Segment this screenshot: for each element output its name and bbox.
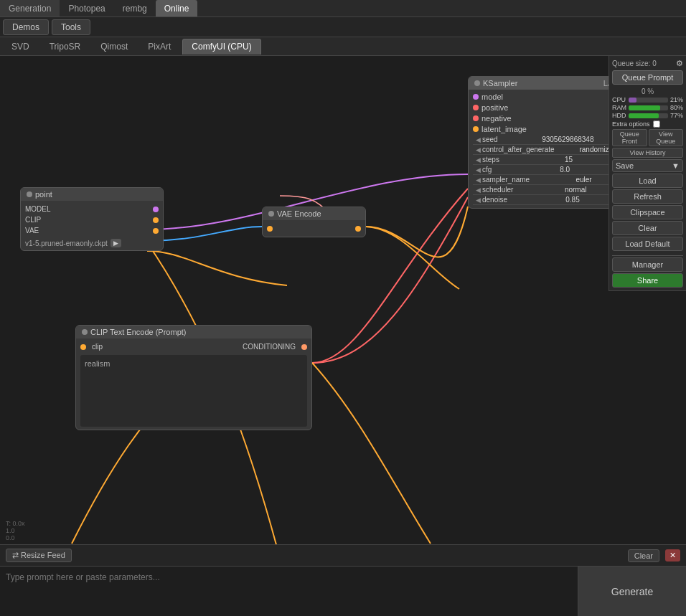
negative-in-port[interactable] bbox=[473, 115, 479, 121]
clear-button[interactable]: Clear bbox=[612, 221, 683, 235]
seed-dec-arrow[interactable]: ◀ bbox=[476, 136, 481, 143]
latent-image-in-port[interactable] bbox=[473, 126, 479, 132]
positive-in-row: positive bbox=[473, 103, 527, 112]
nav-photopea[interactable]: Photopea bbox=[60, 0, 113, 16]
close-log-button[interactable]: ✕ bbox=[665, 549, 680, 561]
clipspace-button[interactable]: Clipspace bbox=[612, 205, 683, 219]
ram-pct: 80% bbox=[670, 104, 683, 111]
steps-value: 15 bbox=[565, 156, 573, 164]
hdd-row: HDD 77% bbox=[612, 112, 683, 119]
prompt-input[interactable] bbox=[0, 567, 578, 616]
queue-settings-icon[interactable]: ⚙ bbox=[676, 59, 683, 68]
clip-text-body: clip CONDITIONING realism bbox=[76, 338, 311, 430]
negative-in-row: negative bbox=[473, 114, 527, 123]
steps-field-left: ◀ steps bbox=[476, 156, 499, 164]
denoise-label: denoise bbox=[482, 196, 507, 204]
cfg-label: cfg bbox=[482, 166, 492, 174]
cpu-label: CPU bbox=[612, 96, 626, 103]
refresh-button[interactable]: Refresh bbox=[612, 189, 683, 204]
vae-port[interactable] bbox=[153, 228, 159, 234]
clip-text-dot bbox=[82, 329, 88, 335]
save-label: Save bbox=[616, 161, 634, 170]
nav-generation[interactable]: Generation bbox=[0, 0, 60, 16]
nav-rembg[interactable]: rembg bbox=[114, 0, 156, 16]
nav-online[interactable]: Online bbox=[156, 0, 198, 16]
conditioning-label: CONDITIONING bbox=[243, 343, 296, 351]
latent-image-in-label: latent_image bbox=[481, 125, 527, 133]
control-after-left: ◀ control_after_generate bbox=[476, 146, 555, 153]
clip-port-row: clip CONDITIONING bbox=[80, 341, 307, 352]
tab-pixart[interactable]: PixArt bbox=[139, 39, 179, 55]
tab-qimost[interactable]: Qimost bbox=[92, 39, 136, 55]
progress-pct: 0 % bbox=[612, 87, 683, 95]
checkpoint-filename: v1-5.pruned-emaonly.ckpt bbox=[25, 240, 108, 247]
clip-port[interactable] bbox=[153, 217, 159, 223]
vae-encode-body bbox=[263, 220, 365, 237]
canvas-scale1: 1.0 bbox=[6, 527, 25, 534]
checkpoint-dot bbox=[27, 191, 32, 197]
model-in-port[interactable] bbox=[473, 94, 479, 100]
sampler-name-value: euler bbox=[575, 176, 591, 184]
checkpoint-play-btn[interactable]: ▶ bbox=[111, 239, 121, 247]
tab-svd[interactable]: SVD bbox=[3, 39, 38, 55]
tab-triposr[interactable]: TripoSR bbox=[41, 39, 90, 55]
save-dropdown-icon[interactable]: ▼ bbox=[672, 161, 680, 170]
cpu-row: CPU 21% bbox=[612, 96, 683, 103]
view-history-button[interactable]: View History bbox=[612, 148, 683, 158]
resize-feed-button[interactable]: ⇄ Resize Feed bbox=[6, 549, 72, 562]
scheduler-field-left: ◀ scheduler bbox=[476, 186, 513, 194]
cfg-dec-arrow[interactable]: ◀ bbox=[476, 166, 481, 174]
tab-comfyui[interactable]: ComfyUI (CPU) bbox=[182, 39, 260, 55]
queue-front-button[interactable]: Queue Front bbox=[612, 129, 647, 146]
positive-in-port[interactable] bbox=[473, 105, 479, 110]
top-nav: Generation Photopea rembg Online bbox=[0, 0, 686, 17]
ksampler-title: KSampler bbox=[483, 79, 517, 87]
clip-port-label: clip bbox=[92, 343, 103, 351]
demos-button[interactable]: Demos bbox=[3, 19, 49, 35]
generate-button[interactable]: Generate bbox=[578, 567, 686, 616]
model-port[interactable] bbox=[153, 207, 159, 212]
main-area: point MODEL CLIP VAE v1-5.pruned-emaonly… bbox=[0, 56, 686, 544]
canvas-area[interactable]: point MODEL CLIP VAE v1-5.pruned-emaonly… bbox=[0, 56, 686, 544]
vae-port-row bbox=[267, 223, 361, 234]
model-in-row: model bbox=[473, 93, 527, 101]
prompt-text-area[interactable]: realism bbox=[80, 355, 307, 427]
sampler-dec-arrow[interactable]: ◀ bbox=[476, 176, 481, 184]
tools-button[interactable]: Tools bbox=[52, 19, 90, 35]
checkpoint-header: point bbox=[21, 188, 163, 201]
ksampler-left-ports: model positive negative latent_imag bbox=[473, 93, 527, 133]
seed-value: 9305629868348 bbox=[542, 136, 593, 143]
load-default-button[interactable]: Load Default bbox=[612, 237, 683, 251]
scheduler-dec-arrow[interactable]: ◀ bbox=[476, 186, 481, 194]
queue-prompt-button[interactable]: Queue Prompt bbox=[612, 70, 683, 85]
clip-left-port-group: clip bbox=[80, 343, 103, 351]
manager-button[interactable]: Manager bbox=[612, 257, 683, 272]
vae-in-port[interactable] bbox=[267, 226, 273, 232]
model-label: MODEL bbox=[25, 205, 51, 213]
negative-in-label: negative bbox=[481, 114, 512, 123]
load-button[interactable]: Load bbox=[612, 174, 683, 188]
denoise-dec-arrow[interactable]: ◀ bbox=[476, 196, 481, 204]
control-after-label: control_after_generate bbox=[482, 146, 555, 153]
bottom-toolbar: ⇄ Resize Feed Clear ✕ bbox=[0, 544, 686, 566]
panel-divider bbox=[612, 255, 683, 256]
save-button[interactable]: Save ▼ bbox=[612, 159, 683, 172]
clip-label: CLIP bbox=[25, 216, 41, 224]
control-dec-arrow[interactable]: ◀ bbox=[476, 146, 481, 153]
vae-row: VAE bbox=[25, 225, 159, 236]
share-button[interactable]: Share bbox=[612, 273, 683, 288]
cpu-pct: 21% bbox=[670, 96, 683, 103]
ram-row: RAM 80% bbox=[612, 104, 683, 111]
extra-options-checkbox[interactable] bbox=[653, 120, 660, 128]
canvas-scale2: 0.0 bbox=[6, 534, 25, 541]
clip-input-port[interactable] bbox=[80, 344, 86, 350]
steps-dec-arrow[interactable]: ◀ bbox=[476, 156, 481, 164]
clear-log-button[interactable]: Clear bbox=[628, 549, 659, 562]
vae-out-port[interactable] bbox=[355, 226, 361, 232]
conditioning-port[interactable] bbox=[301, 344, 307, 350]
denoise-value: 0.85 bbox=[565, 196, 579, 204]
ram-bar-fill bbox=[629, 105, 660, 110]
clip-text-title: CLIP Text Encode (Prompt) bbox=[90, 328, 187, 336]
view-queue-button[interactable]: View Queue bbox=[649, 129, 684, 146]
prompt-area: Generate bbox=[0, 566, 686, 616]
